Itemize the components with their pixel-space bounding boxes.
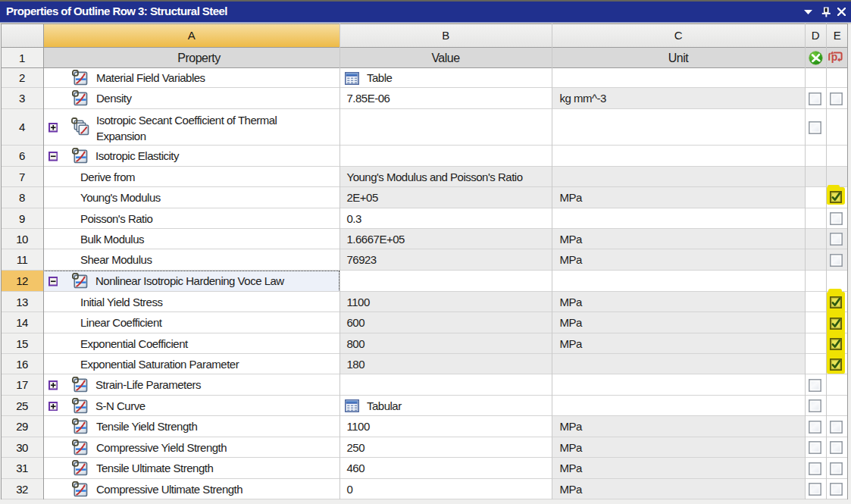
svg-text:p: p <box>831 51 837 63</box>
